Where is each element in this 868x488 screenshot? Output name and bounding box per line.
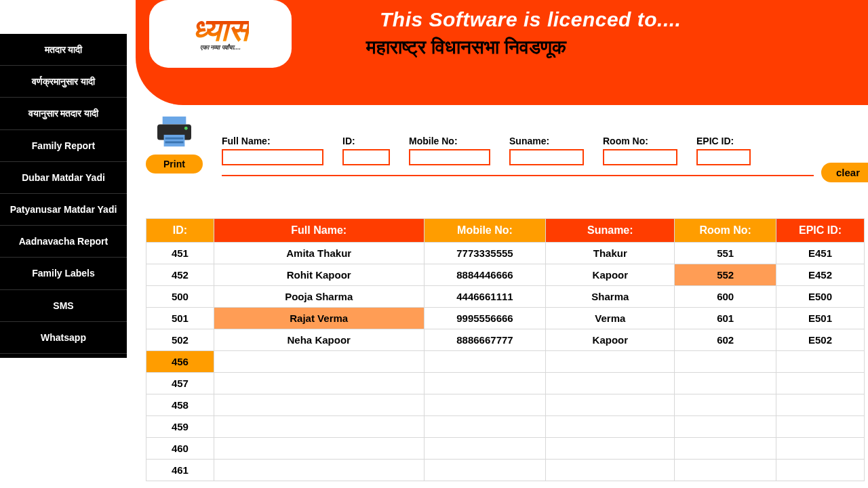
table-row[interactable]: 461 bbox=[146, 460, 865, 481]
cell-mobile: 7773335555 bbox=[424, 243, 546, 264]
table-row[interactable]: 456 bbox=[146, 351, 865, 373]
cell-room bbox=[675, 460, 776, 481]
table-row[interactable]: 502Neha Kapoor8886667777Kapoor602E502 bbox=[146, 329, 865, 351]
sidebar-item-3[interactable]: Family Report bbox=[0, 130, 127, 162]
svg-rect-0 bbox=[163, 117, 186, 125]
cell-id: 458 bbox=[146, 394, 214, 416]
svg-rect-4 bbox=[165, 141, 183, 143]
cell-name bbox=[214, 373, 424, 394]
cell-suname: Sharma bbox=[546, 286, 675, 308]
sidebar-item-0[interactable]: मतदार यादी bbox=[0, 34, 127, 66]
cell-room: 600 bbox=[675, 286, 776, 308]
cell-name: Rajat Verma bbox=[214, 308, 424, 329]
cell-suname bbox=[546, 438, 675, 460]
cell-mobile: 8886667777 bbox=[424, 329, 546, 351]
cell-mobile bbox=[424, 438, 546, 460]
cell-id: 502 bbox=[146, 329, 214, 351]
cell-id: 451 bbox=[146, 243, 214, 264]
cell-room bbox=[675, 416, 776, 438]
cell-suname: Kapoor bbox=[546, 329, 675, 351]
cell-epic bbox=[776, 373, 865, 394]
cell-id: 501 bbox=[146, 308, 214, 329]
filter-bar: Full Name: ID: Mobile No: Suname: Room N… bbox=[222, 136, 814, 176]
table-row[interactable]: 452Rohit Kapoor8884446666Kapoor552E452 bbox=[146, 264, 865, 286]
cell-mobile bbox=[424, 416, 546, 438]
room-input[interactable] bbox=[603, 149, 677, 165]
cell-suname: Thakur bbox=[546, 243, 675, 264]
mobile-label: Mobile No: bbox=[409, 136, 490, 146]
cell-mobile: 4446661111 bbox=[424, 286, 546, 308]
sidebar-item-7[interactable]: Family Labels bbox=[0, 258, 127, 289]
table-row[interactable]: 458 bbox=[146, 394, 865, 416]
suname-input[interactable] bbox=[509, 149, 584, 165]
epic-input[interactable] bbox=[696, 149, 751, 165]
cell-id: 457 bbox=[146, 373, 214, 394]
cell-epic bbox=[776, 416, 865, 438]
table-row[interactable]: 451Amita Thakur7773335555Thakur551E451 bbox=[146, 243, 865, 264]
cell-name: Amita Thakur bbox=[214, 243, 424, 264]
cell-mobile bbox=[424, 394, 546, 416]
sidebar-item-1[interactable]: वर्णक्रमानुसार यादी bbox=[0, 66, 127, 98]
suname-label: Suname: bbox=[509, 136, 584, 146]
cell-epic bbox=[776, 394, 865, 416]
table-row[interactable]: 500Pooja Sharma4446661111Sharma600E500 bbox=[146, 286, 865, 308]
cell-epic: E452 bbox=[776, 264, 865, 286]
cell-suname bbox=[546, 394, 675, 416]
svg-point-5 bbox=[184, 127, 188, 130]
table-row[interactable]: 501Rajat Verma9995556666Verma601E501 bbox=[146, 308, 865, 329]
cell-mobile bbox=[424, 351, 546, 373]
table-row[interactable]: 460 bbox=[146, 438, 865, 460]
cell-id: 456 bbox=[146, 351, 214, 373]
cell-name bbox=[214, 460, 424, 481]
svg-rect-3 bbox=[165, 138, 183, 140]
table-row[interactable]: 457 bbox=[146, 373, 865, 394]
sidebar-item-5[interactable]: Patyanusar Matdar Yadi bbox=[0, 194, 127, 226]
col-fullname: Full Name: bbox=[214, 219, 424, 243]
cell-epic: E501 bbox=[776, 308, 865, 329]
cell-epic: E451 bbox=[776, 243, 865, 264]
cell-suname: Kapoor bbox=[546, 264, 675, 286]
cell-room bbox=[675, 351, 776, 373]
cell-id: 452 bbox=[146, 264, 214, 286]
svg-rect-2 bbox=[164, 135, 185, 146]
col-mobile: Mobile No: bbox=[424, 219, 546, 243]
cell-id: 460 bbox=[146, 438, 214, 460]
header-banner: ध्यास एका नव्या पर्वांचा.... This Softwa… bbox=[136, 0, 868, 105]
mobile-input[interactable] bbox=[409, 149, 490, 165]
cell-room bbox=[675, 373, 776, 394]
clear-button[interactable]: clear bbox=[821, 163, 868, 182]
cell-suname bbox=[546, 373, 675, 394]
cell-name bbox=[214, 416, 424, 438]
cell-room bbox=[675, 394, 776, 416]
sidebar-item-8[interactable]: SMS bbox=[0, 290, 127, 322]
cell-epic bbox=[776, 351, 865, 373]
table-row[interactable]: 459 bbox=[146, 416, 865, 438]
printer-icon bbox=[153, 140, 195, 151]
logo-sub: एका नव्या पर्वांचा.... bbox=[200, 44, 241, 52]
cell-mobile bbox=[424, 373, 546, 394]
cell-mobile: 9995556666 bbox=[424, 308, 546, 329]
voter-table: ID: Full Name: Mobile No: Suname: Room N… bbox=[146, 218, 865, 481]
sidebar-item-4[interactable]: Dubar Matdar Yadi bbox=[0, 162, 127, 194]
cell-room: 552 bbox=[675, 264, 776, 286]
col-epic: EPIC ID: bbox=[776, 219, 865, 243]
print-button[interactable]: Print bbox=[146, 155, 203, 174]
header-title: This Software is licenced to.... bbox=[380, 8, 681, 31]
sidebar-item-9[interactable]: Whatsapp bbox=[0, 322, 127, 354]
cell-name: Pooja Sharma bbox=[214, 286, 424, 308]
id-label: ID: bbox=[342, 136, 390, 146]
sidebar-item-6[interactable]: Aadnavacha Report bbox=[0, 226, 127, 258]
cell-suname bbox=[546, 351, 675, 373]
fullname-input[interactable] bbox=[222, 149, 323, 165]
id-input[interactable] bbox=[342, 149, 390, 165]
col-id: ID: bbox=[146, 219, 214, 243]
col-suname: Suname: bbox=[546, 219, 675, 243]
cell-id: 461 bbox=[146, 460, 214, 481]
fullname-label: Full Name: bbox=[222, 136, 323, 146]
epic-label: EPIC ID: bbox=[696, 136, 751, 146]
sidebar-item-2[interactable]: वयानुसार मतदार यादी bbox=[0, 98, 127, 129]
col-room: Room No: bbox=[675, 219, 776, 243]
header-subtitle: महाराष्ट्र विधानसभा निवडणूक bbox=[366, 37, 566, 59]
cell-name bbox=[214, 351, 424, 373]
logo-text: ध्यास bbox=[192, 16, 249, 44]
